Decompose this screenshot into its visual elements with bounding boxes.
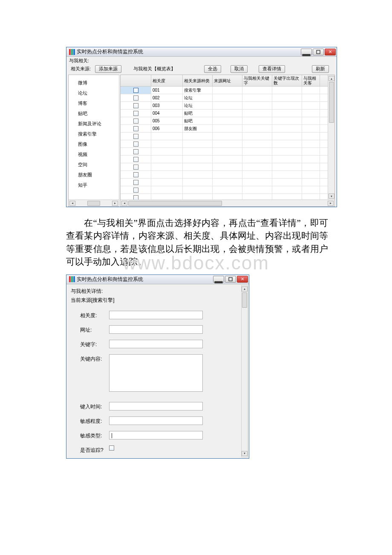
row-checkbox[interactable]	[133, 126, 138, 131]
scroll-thumb[interactable]	[242, 292, 247, 308]
url-input[interactable]	[109, 325, 203, 334]
cell-empty	[272, 117, 302, 124]
scroll-right-icon[interactable]: ▸	[328, 201, 334, 206]
cell-empty	[242, 133, 272, 140]
cell-empty	[272, 148, 302, 155]
column-header[interactable]: 与我相关关键字	[242, 75, 272, 86]
grid-vertical-scrollbar[interactable]: ▴ ▾	[328, 75, 334, 199]
track-checkbox[interactable]	[109, 445, 114, 451]
sidebar-item[interactable]: 论坛	[69, 88, 119, 98]
table-row[interactable]: 001搜索引擎	[121, 87, 328, 94]
table-row[interactable]: 002论坛	[121, 94, 328, 102]
scroll-up-icon[interactable]: ▴	[242, 286, 248, 292]
cell-empty	[213, 179, 242, 186]
cell-empty	[302, 156, 320, 163]
sidebar-item[interactable]: 朋友圈	[69, 170, 119, 180]
scroll-left-icon[interactable]: ◂	[69, 201, 75, 206]
column-header[interactable]: 与我相关客	[302, 75, 320, 86]
cancel-button[interactable]: 取消	[231, 65, 248, 73]
column-header[interactable]: 关键字出现次数	[272, 75, 302, 86]
titlebar[interactable]: 实时热点分析和舆情监控系统 ✕	[66, 275, 249, 284]
scroll-thumb[interactable]	[128, 201, 222, 206]
row-checkbox[interactable]	[133, 134, 138, 139]
table-row[interactable]	[121, 194, 328, 199]
sidebar-item[interactable]: 知乎	[69, 180, 119, 190]
key-content-textarea[interactable]	[109, 354, 203, 392]
cell-relevance	[151, 194, 183, 199]
row-checkbox[interactable]	[133, 180, 138, 185]
close-button[interactable]: ✕	[237, 276, 248, 283]
close-button[interactable]: ✕	[325, 49, 336, 55]
table-row[interactable]	[121, 156, 328, 163]
scroll-down-icon[interactable]: ▾	[329, 194, 334, 199]
relevance-input[interactable]	[109, 311, 203, 319]
keyword-input[interactable]	[109, 340, 203, 348]
maximize-button[interactable]	[225, 276, 236, 283]
sidebar-item[interactable]: 视频	[69, 149, 119, 159]
svg-rect-6	[71, 276, 73, 282]
scroll-up-icon[interactable]: ▴	[329, 76, 334, 81]
sidebar-item[interactable]: 空间	[69, 159, 119, 170]
app-icon	[69, 49, 75, 55]
table-row[interactable]	[121, 179, 328, 186]
row-checkbox[interactable]	[133, 149, 138, 154]
add-source-button[interactable]: 添加来源	[95, 65, 121, 73]
row-checkbox[interactable]	[133, 119, 138, 124]
svg-rect-3	[302, 54, 310, 56]
cell-source-type: 朋友圈	[183, 125, 213, 132]
table-row[interactable]	[121, 163, 328, 171]
table-row[interactable]	[121, 148, 328, 156]
sidebar-horizontal-scrollbar[interactable]: ◂ ▸	[69, 199, 119, 206]
cell-empty	[302, 110, 320, 117]
cell-empty	[213, 156, 242, 163]
minimize-button[interactable]	[301, 49, 312, 55]
input-time-input[interactable]	[109, 402, 203, 410]
row-checkbox[interactable]	[133, 103, 138, 108]
sidebar-item[interactable]: 博客	[69, 98, 119, 108]
sidebar-item[interactable]: 贴吧	[69, 108, 119, 119]
row-checkbox[interactable]	[133, 157, 138, 162]
view-detail-button[interactable]: 查看详情	[259, 65, 285, 73]
sidebar-item[interactable]: 新闻及评论	[69, 119, 119, 129]
select-all-button[interactable]: 全选	[204, 65, 221, 73]
maximize-button[interactable]	[313, 49, 324, 55]
grid-horizontal-scrollbar[interactable]: ◂ ▸	[121, 199, 334, 206]
column-header[interactable]: 相关度	[151, 75, 183, 86]
minimize-button[interactable]	[213, 276, 224, 283]
sidebar-item[interactable]: 微博	[69, 78, 119, 88]
refresh-button[interactable]: 刷新	[312, 65, 329, 73]
column-header[interactable]: 来源网址	[213, 75, 242, 86]
cell-source-type: 贴吧	[183, 110, 213, 117]
sidebar-item[interactable]: 搜索引擎	[69, 129, 119, 139]
column-header[interactable]	[121, 75, 151, 86]
row-checkbox[interactable]	[133, 142, 138, 147]
table-row[interactable]	[121, 171, 328, 179]
sidebar-item[interactable]: 图像	[69, 139, 119, 149]
row-checkbox[interactable]	[133, 95, 138, 101]
row-checkbox[interactable]	[133, 195, 138, 199]
table-row[interactable]: 004贴吧	[121, 110, 328, 117]
row-checkbox[interactable]	[133, 188, 138, 193]
row-checkbox[interactable]	[133, 88, 138, 93]
detail-vertical-scrollbar[interactable]: ▴ ▾	[241, 285, 248, 457]
document-paragraph: 在“与我相关”界面点击选择好内容，再点击“查看详情”，即可查看某内容详情，内容来…	[66, 207, 328, 271]
sensitivity-type-input[interactable]	[109, 431, 203, 439]
scroll-thumb[interactable]	[87, 201, 100, 206]
cell-empty	[272, 163, 302, 171]
table-row[interactable]	[121, 186, 328, 194]
table-row[interactable]: 003论坛	[121, 102, 328, 110]
row-checkbox[interactable]	[133, 172, 138, 177]
row-checkbox[interactable]	[133, 165, 138, 170]
table-row[interactable]: 006朋友圈	[121, 125, 328, 133]
sensitivity-degree-input[interactable]	[109, 416, 203, 425]
scroll-down-icon[interactable]: ▾	[242, 451, 248, 456]
scroll-thumb[interactable]	[329, 82, 334, 123]
column-header[interactable]: 相关来源种类	[183, 75, 213, 86]
scroll-left-icon[interactable]: ◂	[121, 201, 127, 206]
table-row[interactable]	[121, 133, 328, 140]
titlebar[interactable]: 实时热点分析和舆情监控系统 ✕	[66, 47, 337, 57]
table-row[interactable]: 005贴吧	[121, 117, 328, 125]
row-checkbox[interactable]	[133, 111, 138, 116]
table-row[interactable]	[121, 140, 328, 148]
scroll-right-icon[interactable]: ▸	[112, 201, 118, 206]
